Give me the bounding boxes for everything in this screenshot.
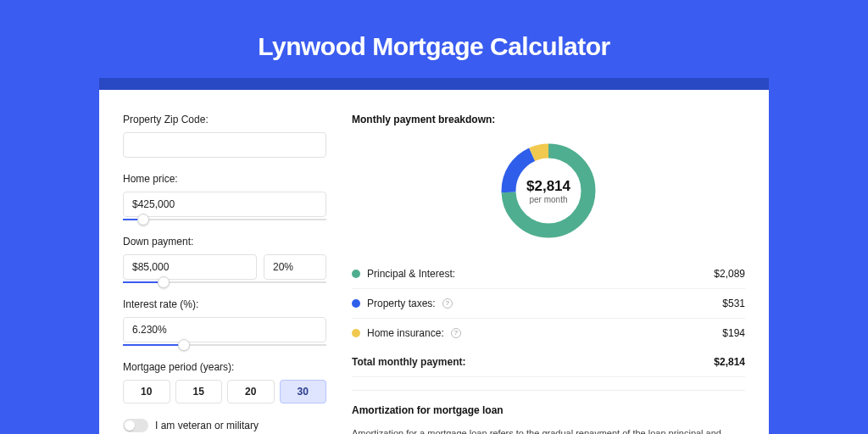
toggle-knob	[125, 420, 135, 431]
period-field: Mortgage period (years): 10152030	[123, 361, 326, 403]
breakdown-row: Home insurance:?$194	[352, 319, 745, 348]
payment-donut-chart: $2,814 per month	[497, 139, 600, 242]
slider-thumb[interactable]	[158, 276, 170, 288]
downpayment-percent-input[interactable]	[264, 254, 326, 280]
zip-field: Property Zip Code:	[123, 114, 326, 158]
downpayment-field: Down payment:	[123, 236, 326, 283]
form-panel: Property Zip Code: Home price: Down paym…	[123, 114, 326, 434]
donut-amount: $2,814	[526, 178, 570, 195]
period-option-10[interactable]: 10	[123, 380, 170, 403]
breakdown-panel: Monthly payment breakdown: $2,814 per mo…	[352, 114, 745, 434]
rate-field: Interest rate (%):	[123, 298, 326, 346]
rate-input[interactable]	[123, 317, 326, 342]
total-label: Total monthly payment:	[352, 356, 465, 368]
breakdown-title: Monthly payment breakdown:	[352, 114, 745, 125]
period-option-30[interactable]: 30	[280, 380, 327, 403]
breakdown-label: Principal & Interest:	[367, 268, 455, 280]
card-shadow: Property Zip Code: Home price: Down paym…	[99, 78, 769, 434]
zip-input[interactable]	[123, 132, 326, 158]
downpayment-label: Down payment:	[123, 236, 326, 248]
donut-center: $2,814 per month	[497, 139, 600, 242]
page-background: Lynwood Mortgage Calculator Property Zip…	[0, 0, 868, 434]
breakdown-row: Principal & Interest:$2,089	[352, 259, 745, 289]
breakdown-value: $194	[722, 327, 745, 339]
total-row: Total monthly payment: $2,814	[352, 348, 745, 377]
downpayment-slider[interactable]	[123, 281, 326, 283]
period-option-20[interactable]: 20	[227, 380, 275, 403]
homeprice-slider[interactable]	[123, 219, 326, 220]
period-option-15[interactable]: 15	[175, 380, 223, 403]
breakdown-value: $2,089	[714, 268, 745, 280]
downpayment-amount-input[interactable]	[123, 254, 257, 280]
rate-label: Interest rate (%):	[123, 298, 326, 310]
legend-dot	[352, 299, 360, 308]
veteran-toggle[interactable]	[123, 419, 148, 432]
page-title: Lynwood Mortgage Calculator	[258, 32, 609, 61]
veteran-row: I am veteran or military	[123, 419, 326, 432]
homeprice-field: Home price:	[123, 173, 326, 220]
homeprice-label: Home price:	[123, 173, 326, 185]
breakdown-value: $531	[722, 298, 745, 309]
breakdown-label: Property taxes:	[367, 298, 436, 309]
total-value: $2,814	[714, 356, 745, 368]
rate-slider[interactable]	[123, 344, 326, 346]
slider-thumb[interactable]	[178, 339, 190, 351]
breakdown-label: Home insurance:	[367, 327, 444, 339]
info-icon[interactable]: ?	[451, 328, 461, 338]
zip-label: Property Zip Code:	[123, 114, 326, 125]
slider-thumb[interactable]	[137, 214, 149, 225]
donut-sub: per month	[529, 195, 567, 204]
period-label: Mortgage period (years):	[123, 361, 326, 373]
breakdown-row: Property taxes:?$531	[352, 289, 745, 319]
amortization-text: Amortization for a mortgage loan refers …	[352, 426, 745, 434]
info-icon[interactable]: ?	[442, 298, 453, 309]
veteran-label: I am veteran or military	[155, 420, 259, 431]
calculator-card: Property Zip Code: Home price: Down paym…	[99, 90, 769, 434]
legend-dot	[352, 270, 360, 278]
amortization-title: Amortization for mortgage loan	[352, 404, 745, 416]
donut-wrap: $2,814 per month	[352, 139, 745, 242]
homeprice-input[interactable]	[123, 192, 326, 217]
legend-dot	[352, 329, 360, 337]
